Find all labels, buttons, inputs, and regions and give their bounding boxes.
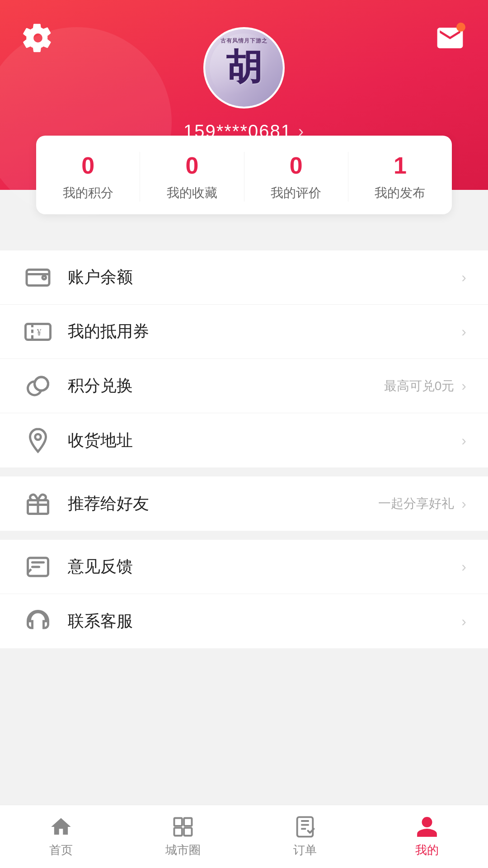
stat-posts[interactable]: 1 我的发布 bbox=[348, 152, 452, 202]
nav-home-label: 首页 bbox=[49, 842, 73, 858]
coins-icon bbox=[22, 370, 54, 402]
points-exchange-sub: 最高可兑0元 bbox=[384, 377, 455, 395]
recommend-sub: 一起分享好礼 bbox=[378, 495, 454, 512]
nav-item-mine[interactable]: 我的 bbox=[366, 805, 488, 868]
stat-favorites-label: 我的收藏 bbox=[167, 184, 217, 202]
settings-icon[interactable] bbox=[23, 23, 53, 53]
bottom-nav: 首页 城市圈 订单 我的 bbox=[0, 805, 488, 868]
address-label: 收货地址 bbox=[68, 429, 461, 452]
menu-item-recommend[interactable]: 推荐给好友 一起分享好礼 › bbox=[0, 476, 488, 531]
svg-rect-9 bbox=[174, 818, 182, 826]
service-arrow: › bbox=[461, 613, 466, 630]
svg-rect-11 bbox=[174, 828, 182, 835]
avatar-inner: 古有风情月下游之 胡 bbox=[205, 29, 283, 107]
feedback-label: 意见反馈 bbox=[68, 556, 461, 578]
balance-arrow: › bbox=[461, 269, 466, 286]
headset-icon bbox=[22, 605, 54, 637]
avatar[interactable]: 古有风情月下游之 胡 bbox=[203, 27, 285, 108]
stat-reviews-label: 我的评价 bbox=[271, 184, 321, 202]
menu-item-service[interactable]: 联系客服 › bbox=[0, 594, 488, 648]
stat-reviews-num: 0 bbox=[290, 152, 303, 179]
content-area: 账户余额 › ¥ 我的抵用券 › 积分兑换 bbox=[0, 250, 488, 730]
svg-text:¥: ¥ bbox=[37, 327, 42, 337]
nav-item-orders[interactable]: 订单 bbox=[244, 805, 366, 868]
menu-item-balance[interactable]: 账户余额 › bbox=[0, 250, 488, 305]
svg-rect-10 bbox=[184, 818, 192, 826]
service-label: 联系客服 bbox=[68, 610, 461, 632]
svg-rect-12 bbox=[184, 828, 192, 835]
nav-orders-label: 订单 bbox=[293, 842, 317, 858]
svg-point-6 bbox=[35, 434, 41, 440]
stat-points-num: 0 bbox=[81, 152, 94, 179]
nav-city-label: 城市圈 bbox=[165, 842, 201, 858]
points-exchange-arrow: › bbox=[461, 377, 466, 394]
stat-points[interactable]: 0 我的积分 bbox=[36, 152, 140, 202]
avatar-char: 胡 bbox=[226, 43, 262, 92]
menu-section-social: 推荐给好友 一起分享好礼 › bbox=[0, 476, 488, 531]
location-icon bbox=[22, 424, 54, 457]
voucher-label: 我的抵用券 bbox=[68, 321, 461, 343]
nav-item-home[interactable]: 首页 bbox=[0, 805, 122, 868]
stats-card: 0 我的积分 0 我的收藏 0 我的评价 1 我的发布 bbox=[36, 136, 452, 214]
svg-rect-13 bbox=[297, 817, 313, 836]
wallet-icon bbox=[22, 261, 54, 294]
voucher-arrow: › bbox=[461, 323, 466, 340]
feedback-icon bbox=[22, 551, 54, 583]
menu-item-feedback[interactable]: 意见反馈 › bbox=[0, 540, 488, 594]
menu-section-help: 意见反馈 › 联系客服 › bbox=[0, 540, 488, 648]
menu-item-voucher[interactable]: ¥ 我的抵用券 › bbox=[0, 305, 488, 359]
balance-label: 账户余额 bbox=[68, 266, 461, 288]
stat-points-label: 我的积分 bbox=[63, 184, 113, 202]
stat-reviews[interactable]: 0 我的评价 bbox=[244, 152, 348, 202]
mail-badge bbox=[456, 23, 465, 32]
feedback-arrow: › bbox=[461, 558, 466, 575]
nav-item-city[interactable]: 城市圈 bbox=[122, 805, 244, 868]
recommend-label: 推荐给好友 bbox=[68, 493, 378, 515]
nav-mine-label: 我的 bbox=[415, 842, 439, 858]
stat-posts-num: 1 bbox=[394, 152, 407, 179]
stat-posts-label: 我的发布 bbox=[375, 184, 425, 202]
menu-section-financial: 账户余额 › ¥ 我的抵用券 › 积分兑换 bbox=[0, 250, 488, 467]
gift-icon bbox=[22, 487, 54, 520]
mail-icon[interactable] bbox=[435, 23, 465, 53]
stat-favorites[interactable]: 0 我的收藏 bbox=[140, 152, 244, 202]
menu-item-address[interactable]: 收货地址 › bbox=[0, 413, 488, 467]
stat-favorites-num: 0 bbox=[185, 152, 198, 179]
points-exchange-label: 积分兑换 bbox=[68, 375, 384, 397]
coupon-icon: ¥ bbox=[22, 316, 54, 348]
recommend-arrow: › bbox=[461, 495, 466, 512]
menu-item-points-exchange[interactable]: 积分兑换 最高可兑0元 › bbox=[0, 359, 488, 413]
address-arrow: › bbox=[461, 432, 466, 449]
